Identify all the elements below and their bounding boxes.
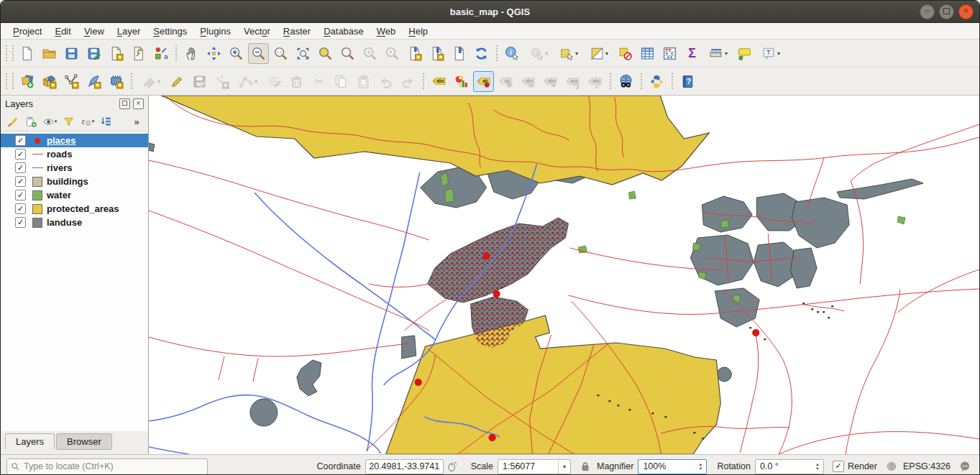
layer-visibility-checkbox[interactable]: ✓ (15, 217, 26, 228)
rotate-label-button[interactable]: abc (562, 71, 583, 92)
delete-selected-button[interactable] (286, 71, 307, 92)
zoom-in-button[interactable] (226, 43, 247, 64)
render-checkbox[interactable]: ✓ (833, 461, 844, 472)
panel-close-button[interactable]: × (133, 98, 144, 109)
menu-item-vector[interactable]: Vector (237, 25, 277, 37)
layer-row-protected_areas[interactable]: ✓protected_areas (1, 202, 148, 216)
zoom-to-selection-button[interactable] (315, 43, 336, 64)
layer-row-places[interactable]: ✓places (1, 134, 148, 147)
layer-row-landuse[interactable]: ✓landuse (1, 216, 148, 229)
pan-map-button[interactable] (181, 43, 202, 64)
new-project-button[interactable] (17, 43, 37, 64)
toggle-editing-button[interactable] (167, 71, 188, 92)
text-annotation-button[interactable]: T▾ (756, 43, 785, 64)
tab-browser[interactable]: Browser (56, 433, 112, 450)
move-label-button[interactable]: abc (540, 71, 561, 92)
pin-unpin-labels-button[interactable]: ab (495, 71, 516, 92)
menu-item-project[interactable]: Project (6, 25, 48, 37)
menu-item-web[interactable]: Web (370, 25, 403, 37)
filter-by-expression-button[interactable]: ε▾ (78, 114, 96, 129)
chevron-down-icon[interactable]: ▾ (558, 460, 570, 474)
new-geopackage-layer-button[interactable]: ★ (39, 71, 60, 92)
expand-collapse-all-button[interactable] (97, 114, 114, 129)
coordinate-field[interactable]: 20.4981,-33.9741 (365, 459, 444, 474)
add-group-button[interactable] (22, 114, 40, 129)
bookmark-manager-button[interactable] (449, 43, 470, 64)
menu-item-settings[interactable]: Settings (147, 25, 193, 37)
menu-item-database[interactable]: Database (317, 25, 370, 37)
chevron-down-icon[interactable]: ▾ (575, 50, 578, 57)
save-layer-edits-button[interactable] (189, 71, 210, 92)
crs-globe-icon[interactable] (886, 461, 897, 472)
open-layer-styling-button[interactable] (4, 114, 21, 129)
layer-visibility-checkbox[interactable]: ✓ (15, 176, 26, 187)
open-project-button[interactable] (39, 43, 60, 64)
layer-row-buildings[interactable]: ✓buildings (1, 175, 148, 188)
run-feature-action-button[interactable]: ▾ (524, 43, 553, 64)
new-shapefile-layer-button[interactable]: ★ (61, 71, 82, 92)
metasearch-button[interactable] (615, 71, 636, 92)
menu-item-raster[interactable]: Raster (277, 25, 317, 37)
toolbar-grip[interactable] (6, 73, 14, 89)
layer-visibility-checkbox[interactable]: ✓ (15, 190, 26, 200)
chevron-down-icon[interactable]: ▾ (157, 78, 160, 85)
filter-legend-button[interactable] (60, 114, 77, 129)
rotation-spinbox[interactable]: 0.0 ° ▴▾ (755, 459, 824, 474)
show-bookmarks-button[interactable]: ★ (426, 43, 447, 64)
show-hide-labels-button[interactable]: abc (518, 71, 539, 92)
new-bookmark-button[interactable]: ★ (404, 43, 425, 64)
menu-item-help[interactable]: Help (402, 25, 434, 37)
tab-layers[interactable]: Layers (5, 433, 55, 450)
extents-toggle-icon[interactable] (447, 461, 458, 472)
magnifier-spinbox[interactable]: 100% ▴▾ (638, 459, 707, 474)
maximize-button[interactable] (939, 4, 954, 19)
zoom-native-button[interactable]: 1:1 (270, 43, 291, 64)
chevron-down-icon[interactable]: ▾ (725, 50, 728, 57)
modify-attributes-button[interactable] (264, 71, 285, 92)
zoom-next-button[interactable] (382, 43, 403, 64)
zoom-out-button[interactable] (248, 43, 269, 64)
undo-button[interactable] (375, 71, 396, 92)
statistical-summary-button[interactable]: Σ (682, 43, 702, 64)
menu-item-plugins[interactable]: Plugins (193, 25, 237, 37)
add-feature-button[interactable]: ★ (211, 71, 232, 92)
messages-icon[interactable] (959, 461, 971, 472)
layer-labeling-options-button[interactable]: abc (429, 71, 449, 92)
minimize-button[interactable]: − (920, 4, 935, 19)
layer-visibility-checkbox[interactable]: ✓ (15, 162, 26, 173)
layer-visibility-checkbox[interactable]: ✓ (15, 149, 26, 160)
manage-map-themes-button[interactable]: ▾ (41, 114, 58, 129)
pan-to-selection-button[interactable] (203, 43, 224, 64)
change-label-button[interactable]: abc (585, 71, 605, 92)
crs-status[interactable]: EPSG:4326 (903, 461, 951, 471)
refresh-map-button[interactable] (471, 43, 492, 64)
map-canvas[interactable] (149, 96, 979, 454)
new-print-layout-button[interactable]: ★ (106, 43, 127, 64)
layer-row-roads[interactable]: ✓roads (1, 147, 148, 161)
save-project-button[interactable] (61, 43, 82, 64)
show-layout-manager-button[interactable] (128, 43, 149, 64)
layer-diagram-options-button[interactable] (451, 71, 472, 92)
save-project-as-button[interactable] (83, 43, 104, 64)
copy-features-button[interactable] (331, 71, 352, 92)
spin-arrows[interactable]: ▴▾ (812, 460, 823, 474)
select-by-value-button[interactable]: ▾ (585, 43, 613, 64)
current-edits-button[interactable]: ▾ (137, 71, 165, 92)
style-manager-button[interactable]: a (150, 43, 171, 64)
lock-icon[interactable] (580, 461, 591, 472)
cut-features-button[interactable]: ✂ (308, 71, 329, 92)
identify-features-button[interactable]: i (502, 43, 523, 64)
menu-item-edit[interactable]: Edit (48, 25, 77, 37)
layer-visibility-checkbox[interactable]: ✓ (15, 135, 26, 146)
layer-row-water[interactable]: ✓water (1, 188, 148, 202)
spin-arrows[interactable]: ▴▾ (695, 460, 705, 474)
toolbar-grip[interactable] (6, 45, 14, 61)
select-features-button[interactable]: ▾ (554, 43, 583, 64)
open-attribute-table-button[interactable] (637, 43, 658, 64)
locator-input[interactable]: Type to locate (Ctrl+K) (6, 458, 208, 475)
chevron-down-icon[interactable]: ▾ (545, 50, 548, 57)
deselect-features-button[interactable] (615, 43, 636, 64)
paste-features-button[interactable] (353, 71, 374, 92)
menu-item-layer[interactable]: Layer (111, 25, 147, 37)
chevron-down-icon[interactable]: ▾ (777, 50, 780, 57)
